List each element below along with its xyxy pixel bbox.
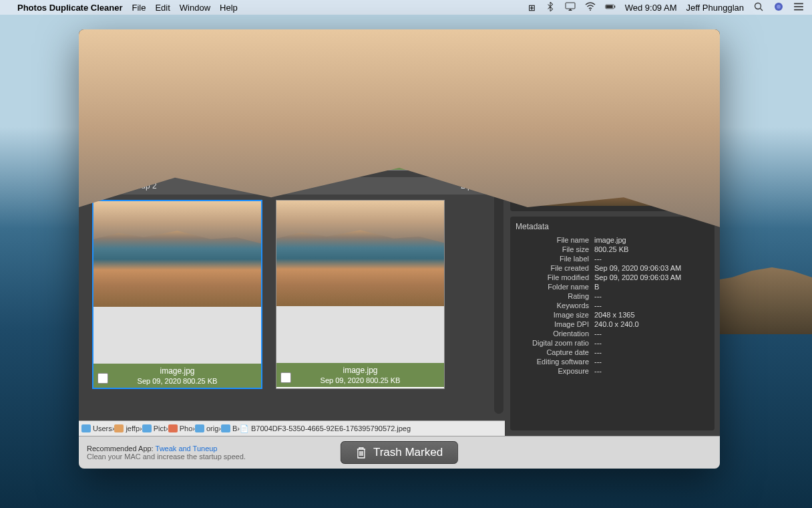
bottom-bar: Recommended App: Tweak and Tuneup Clean … (79, 436, 720, 469)
menu-edit[interactable]: Edit (155, 3, 170, 13)
svg-line-6 (761, 8, 763, 11)
keyboard-icon[interactable]: ⊞ (528, 3, 536, 13)
metadata-row: Folder nameB (516, 282, 709, 291)
file-meta: Sep 09, 2020 800.25 KB (93, 377, 261, 385)
recommended-app: Recommended App: Tweak and Tuneup Clean … (87, 444, 246, 461)
menubar-user[interactable]: Jeff Phungglan (686, 3, 745, 13)
wifi-icon[interactable] (585, 2, 596, 13)
path-bar: Users›jeffp›Pict›Pho›orig›B›📄B7004DF3-53… (79, 420, 505, 436)
metadata-row: File createdSep 09, 2020 09:06:03 AM (516, 263, 709, 273)
recommended-link[interactable]: Tweak and Tuneup (156, 444, 218, 453)
menubar-app-name[interactable]: Photos Duplicate Cleaner (17, 3, 122, 13)
notification-center-icon[interactable] (793, 2, 804, 13)
spotlight-icon[interactable] (753, 2, 764, 13)
svg-rect-3 (606, 5, 612, 7)
path-segment[interactable]: jeffp (114, 424, 140, 432)
menubar-clock[interactable]: Wed 9:09 AM (625, 3, 677, 13)
mark-checkbox[interactable] (97, 373, 108, 384)
metadata-row: Rating--- (516, 291, 709, 301)
file-name: image.jpg (93, 366, 261, 376)
svg-rect-4 (614, 5, 615, 7)
macos-menubar: Photos Duplicate Cleaner File Edit Windo… (0, 0, 812, 15)
svg-point-8 (777, 5, 781, 9)
metadata-row: Editing software--- (516, 357, 709, 366)
path-segment[interactable]: orig (195, 424, 218, 432)
file-meta: Sep 09, 2020 800.25 KB (276, 376, 444, 384)
bluetooth-icon[interactable] (545, 2, 556, 13)
metadata-row: File label--- (516, 254, 709, 263)
path-segment[interactable]: Users (81, 424, 112, 432)
path-segment[interactable]: Pho (168, 424, 193, 432)
svg-point-5 (755, 3, 761, 9)
metadata-row: Digital zoom ratio--- (516, 338, 709, 348)
thumbnail-card-selected[interactable]: image.jpg Sep 09, 2020 800.25 KB (92, 200, 262, 389)
preview-panel: Preview (510, 84, 715, 211)
siri-icon[interactable] (773, 2, 784, 13)
metadata-row: Capture date--- (516, 348, 709, 357)
app-window: Photos Duplicate Cleaner Back Auto Mark … (79, 29, 720, 469)
metadata-row: Exposure--- (516, 366, 709, 376)
airplay-icon[interactable] (565, 2, 576, 13)
metadata-row: Image DPI240.0 x 240.0 (516, 320, 709, 329)
metadata-row: File size800.25 KB (516, 245, 709, 254)
metadata-row: File modifiedSep 09, 2020 09:06:03 AM (516, 273, 709, 282)
battery-icon[interactable] (605, 2, 616, 13)
path-segment[interactable]: B (221, 424, 237, 432)
svg-point-1 (590, 9, 591, 11)
mark-checkbox[interactable] (280, 372, 291, 383)
menu-window[interactable]: Window (180, 3, 210, 13)
metadata-row: File nameimage.jpg (516, 235, 709, 245)
file-name: image.jpg (276, 366, 444, 375)
menu-help[interactable]: Help (220, 3, 238, 13)
trash-icon (356, 447, 367, 459)
metadata-panel: Metadata File nameimage.jpgFile size800.… (510, 217, 715, 430)
metadata-title: Metadata (516, 222, 709, 231)
metadata-row: Orientation--- (516, 329, 709, 338)
preview-image (535, 103, 690, 206)
path-segment[interactable]: 📄B7004DF3-5350-4665-92E6-176395790572.jp… (240, 424, 411, 433)
path-segment[interactable]: Pict (142, 424, 166, 432)
metadata-row: Keywords--- (516, 301, 709, 310)
trash-marked-button[interactable]: Trash Marked (341, 441, 458, 464)
thumbnail-card[interactable]: image.jpg Sep 09, 2020 800.25 KB (276, 200, 445, 389)
metadata-row: Image size2048 x 1365 (516, 310, 709, 320)
menu-file[interactable]: File (132, 3, 146, 13)
svg-rect-0 (566, 3, 575, 9)
